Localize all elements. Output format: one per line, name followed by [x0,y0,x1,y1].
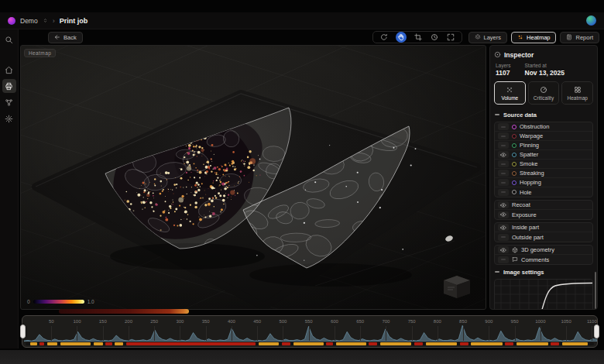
tick-line [360,326,361,341]
category-color-dot [512,180,516,185]
tick-label: 150 [99,319,107,324]
source-row-label: Comments [521,256,549,263]
tool-crop[interactable] [414,33,423,42]
tick-line [129,326,129,341]
inspector-header[interactable]: Inspector [494,50,593,60]
back-button[interactable]: Back [48,32,83,43]
tool-history[interactable] [430,33,439,42]
category-color-dot [512,162,516,167]
tick-line [283,326,283,341]
desktop-band [0,350,604,364]
source-row-3d-geometry[interactable]: 3D geometry [495,246,592,255]
visibility-eye-icon[interactable] [498,246,509,253]
workspace-logo-icon[interactable] [8,17,15,25]
source-row-hole[interactable]: Hole [495,187,592,197]
heatmap-button[interactable]: Heatmap [511,32,556,43]
tool-fullscreen[interactable] [446,33,455,42]
source-row-label: Spatter [520,151,538,158]
inspector-tabs: VolumeCriticalityHeatmap [494,81,593,105]
visibility-dash-icon[interactable] [498,160,509,167]
source-row-label: Inside part [512,224,539,231]
source-row-outside-part[interactable]: Outside part [495,232,592,242]
workspace-switcher-icon[interactable] [43,18,48,23]
source-data-list: ObstructionWarpagePinningSpatterSmokeStr… [494,122,593,265]
status-strip [26,342,594,345]
timeline-handle-start[interactable] [20,325,26,338]
tick-label: 350 [202,319,210,324]
visibility-dash-icon[interactable] [498,256,509,263]
tool-orbit[interactable] [379,33,389,42]
tick-label: 100 [73,319,81,324]
visibility-dash-icon[interactable] [498,123,509,130]
collapse-icon [495,271,499,273]
source-row-streaking[interactable]: Streaking [495,169,592,178]
started-value: Nov 13, 2025 [525,69,565,77]
3d-scene-canvas[interactable] [21,46,486,310]
strip-segment-critical [105,342,112,345]
visibility-dash-icon[interactable] [498,142,509,149]
source-row-obstruction[interactable]: Obstruction [495,122,592,132]
source-row-warpage[interactable]: Warpage [495,132,592,141]
category-color-dot [512,125,516,129]
sidebar-item-home[interactable] [2,63,16,77]
breadcrumb-workspace[interactable]: Demo [20,17,38,25]
strip-segment-warning [30,342,37,345]
visibility-eye-icon[interactable] [498,211,509,218]
visibility-dash-icon[interactable] [498,234,509,241]
arrow-left-icon [54,34,60,40]
source-data-title: Source data [503,112,537,118]
source-row-label: 3D geometry [521,246,554,253]
tick-label: 700 [382,319,390,324]
report-button[interactable]: Report [560,32,599,43]
tone-curve-editor[interactable] [494,279,593,310]
strip-segment-warning [293,342,324,345]
inspector-title: Inspector [504,51,534,59]
tick-line [541,326,541,341]
source-row-recoat[interactable]: Recoat [495,201,592,210]
user-avatar[interactable] [586,15,596,26]
tick-line [515,326,516,341]
sidebar-item-print-jobs[interactable] [2,79,16,93]
tick-label: 900 [485,319,492,324]
fullscreen-icon [447,33,455,41]
image-settings-header[interactable]: Image settings [495,267,593,276]
tab-criticality[interactable]: Criticality [528,81,560,105]
sidebar-item-settings[interactable] [2,112,16,125]
tick-label: 950 [511,319,519,324]
tick-label: 1000 [535,319,545,324]
layer-timeline[interactable]: 5010015020025030035040045050055060065070… [22,315,598,348]
tab-volume[interactable]: Volume [494,81,526,105]
source-row-hopping[interactable]: Hopping [495,178,592,187]
cube-icon [512,247,518,253]
source-row-spatter[interactable]: Spatter [495,150,592,160]
sidebar-item-machines[interactable] [2,95,16,109]
source-data-header[interactable]: Source data [495,110,593,119]
sidebar-item-search[interactable] [2,33,16,46]
visibility-eye-icon[interactable] [498,201,509,208]
machines-icon [5,98,13,107]
inspector-scrollbar[interactable] [595,272,596,309]
visibility-dash-icon[interactable] [498,179,509,186]
layers-button[interactable]: Layers [468,32,508,43]
layer-histogram [24,323,597,342]
tool-pan-hand[interactable] [396,32,407,43]
source-row-exposure[interactable]: Exposure [495,210,592,219]
visibility-eye-icon[interactable] [498,151,509,158]
visibility-dash-icon[interactable] [498,170,509,177]
source-row-comments[interactable]: Comments [495,255,592,264]
pan-hand-icon [397,33,405,41]
tick-label: 800 [434,319,441,324]
tab-label: Volume [501,95,518,101]
3d-viewport[interactable]: Heatmap 0 1.0 [20,45,486,310]
timeline-handle-end[interactable] [594,325,599,338]
source-row-label: Warpage [520,132,543,139]
source-row-inside-part[interactable]: Inside part [495,223,592,232]
tick-line [180,326,180,341]
tab-heatmap[interactable]: Heatmap [561,81,593,105]
source-row-pinning[interactable]: Pinning [495,141,592,150]
visibility-dash-icon[interactable] [498,132,509,139]
strip-segment-critical [39,342,44,345]
visibility-eye-icon[interactable] [498,224,509,231]
visibility-dash-icon[interactable] [498,189,509,196]
source-row-smoke[interactable]: Smoke [495,160,592,169]
